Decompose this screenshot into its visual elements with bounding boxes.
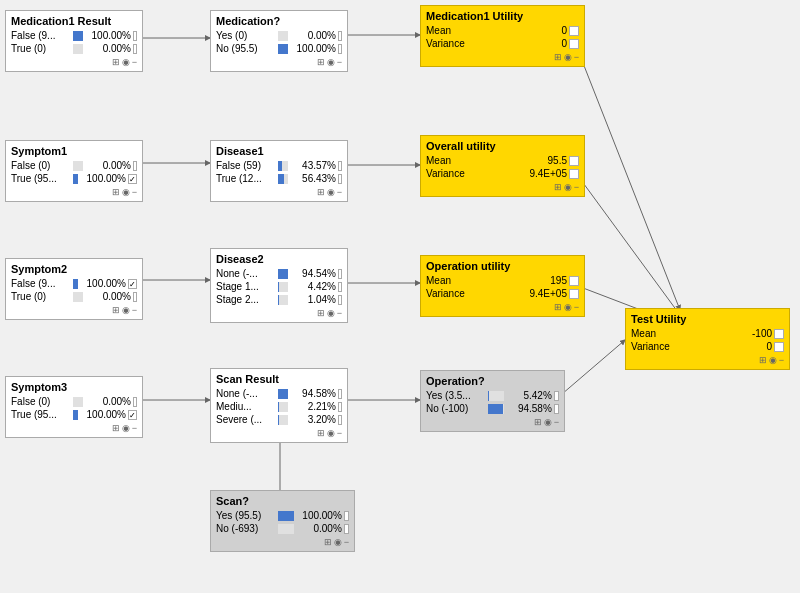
grid-icon[interactable]: ⊞ (759, 355, 767, 365)
checkbox[interactable] (133, 161, 137, 171)
checkbox[interactable] (338, 389, 342, 399)
checkbox[interactable] (133, 44, 137, 54)
minus-icon[interactable]: − (574, 302, 579, 312)
checkbox[interactable] (338, 415, 342, 425)
table-row: Stage 1... 4.42% (216, 281, 342, 292)
minus-icon[interactable]: − (344, 537, 349, 547)
table-row: Yes (3.5... 5.42% (426, 390, 559, 401)
checkbox[interactable] (338, 402, 342, 412)
chart-icon[interactable]: ◉ (327, 428, 335, 438)
chart-icon[interactable]: ◉ (327, 57, 335, 67)
minus-icon[interactable]: − (132, 423, 137, 433)
checkbox[interactable] (338, 44, 342, 54)
chart-icon[interactable]: ◉ (334, 537, 342, 547)
checkbox[interactable] (338, 295, 342, 305)
minus-icon[interactable]: − (337, 187, 342, 197)
table-row: Variance 9.4E+05 (426, 168, 579, 179)
chart-icon[interactable]: ◉ (122, 305, 130, 315)
grid-icon[interactable]: ⊞ (554, 302, 562, 312)
operation-node: Operation? Yes (3.5... 5.42% No (-100) 9… (420, 370, 565, 432)
minus-icon[interactable]: − (337, 308, 342, 318)
checkbox[interactable] (569, 26, 579, 36)
node-footer: ⊞ ◉ − (11, 305, 137, 315)
value-label: -100 (732, 328, 772, 339)
checkbox[interactable] (344, 524, 349, 534)
checkbox[interactable] (569, 156, 579, 166)
row-label: True (12... (216, 173, 278, 184)
disease1-title: Disease1 (216, 145, 342, 157)
grid-icon[interactable]: ⊞ (112, 187, 120, 197)
chart-icon[interactable]: ◉ (327, 308, 335, 318)
grid-icon[interactable]: ⊞ (317, 57, 325, 67)
grid-icon[interactable]: ⊞ (554, 182, 562, 192)
pct-label: 94.58% (291, 388, 336, 399)
checkbox[interactable] (569, 39, 579, 49)
chart-icon[interactable]: ◉ (564, 182, 572, 192)
row-label: Stage 2... (216, 294, 278, 305)
checkbox[interactable] (569, 169, 579, 179)
checkbox[interactable]: ✓ (128, 279, 137, 289)
bar-container (278, 44, 288, 54)
bar-container (278, 415, 288, 425)
minus-icon[interactable]: − (554, 417, 559, 427)
chart-icon[interactable]: ◉ (327, 187, 335, 197)
minus-icon[interactable]: − (132, 305, 137, 315)
table-row: True (95... 100.00% ✓ (11, 173, 137, 184)
checkbox[interactable] (338, 31, 342, 41)
checkbox[interactable] (554, 404, 559, 414)
minus-icon[interactable]: − (574, 52, 579, 62)
minus-icon[interactable]: − (574, 182, 579, 192)
scan-title: Scan? (216, 495, 349, 507)
chart-icon[interactable]: ◉ (122, 423, 130, 433)
chart-icon[interactable]: ◉ (122, 187, 130, 197)
node-footer: ⊞ ◉ − (631, 355, 784, 365)
checkbox[interactable] (133, 292, 137, 302)
checkbox[interactable] (338, 282, 342, 292)
checkbox[interactable] (338, 174, 342, 184)
chart-icon[interactable]: ◉ (564, 52, 572, 62)
pct-label: 100.00% (81, 409, 126, 420)
checkbox[interactable]: ✓ (128, 174, 137, 184)
symptom1-title: Symptom1 (11, 145, 137, 157)
grid-icon[interactable]: ⊞ (112, 57, 120, 67)
grid-icon[interactable]: ⊞ (317, 428, 325, 438)
grid-icon[interactable]: ⊞ (554, 52, 562, 62)
chart-icon[interactable]: ◉ (544, 417, 552, 427)
checkbox[interactable] (569, 289, 579, 299)
grid-icon[interactable]: ⊞ (317, 308, 325, 318)
value-label: 0 (537, 38, 567, 49)
test-utility-node: Test Utility Mean -100 Variance 0 ⊞ ◉ − (625, 308, 790, 370)
table-row: Variance 0 (631, 341, 784, 352)
scan-node: Scan? Yes (95.5) 100.00% No (-693) 0.00%… (210, 490, 355, 552)
table-row: False (0) 0.00% (11, 160, 137, 171)
checkbox[interactable] (133, 397, 137, 407)
checkbox[interactable] (338, 161, 342, 171)
checkbox[interactable]: ✓ (128, 410, 137, 420)
row-label: False (0) (11, 396, 73, 407)
grid-icon[interactable]: ⊞ (112, 423, 120, 433)
bar-fill (278, 161, 282, 171)
minus-icon[interactable]: − (337, 57, 342, 67)
minus-icon[interactable]: − (132, 57, 137, 67)
checkbox[interactable] (774, 342, 784, 352)
checkbox[interactable] (133, 31, 137, 41)
minus-icon[interactable]: − (132, 187, 137, 197)
grid-icon[interactable]: ⊞ (534, 417, 542, 427)
checkbox[interactable] (554, 391, 559, 401)
row-label: False (9... (11, 278, 73, 289)
chart-icon[interactable]: ◉ (769, 355, 777, 365)
checkbox[interactable] (569, 276, 579, 286)
grid-icon[interactable]: ⊞ (317, 187, 325, 197)
chart-icon[interactable]: ◉ (564, 302, 572, 312)
row-label: None (-... (216, 388, 278, 399)
grid-icon[interactable]: ⊞ (112, 305, 120, 315)
bar-fill (73, 279, 78, 289)
chart-icon[interactable]: ◉ (122, 57, 130, 67)
grid-icon[interactable]: ⊞ (324, 537, 332, 547)
checkbox[interactable] (338, 269, 342, 279)
minus-icon[interactable]: − (779, 355, 784, 365)
checkbox[interactable] (774, 329, 784, 339)
minus-icon[interactable]: − (337, 428, 342, 438)
checkbox[interactable] (344, 511, 349, 521)
table-row: False (0) 0.00% (11, 396, 137, 407)
